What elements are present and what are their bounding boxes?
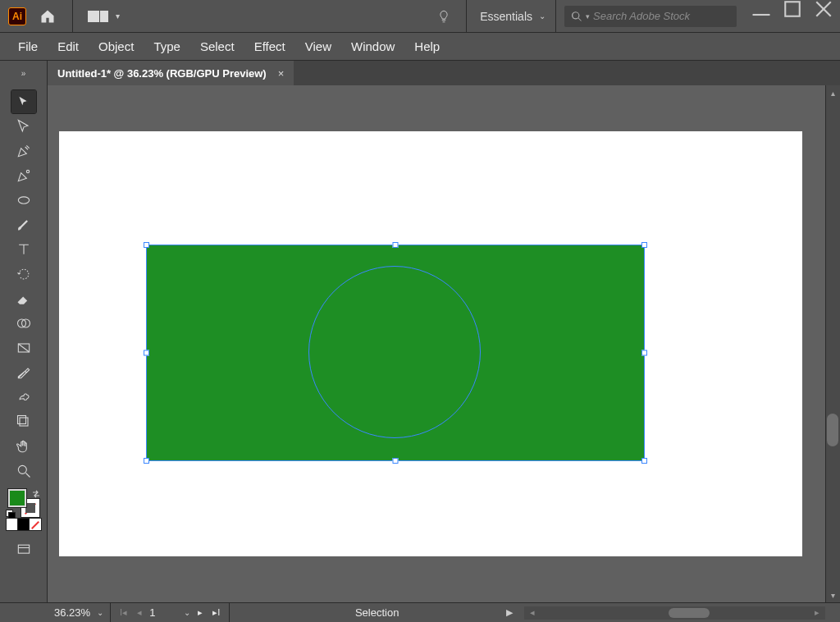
color-mode-row bbox=[7, 519, 41, 530]
next-artboard-icon[interactable]: ▸ bbox=[195, 607, 205, 618]
horizontal-scroll-thumb[interactable] bbox=[669, 608, 710, 618]
arrange-documents-icon bbox=[88, 11, 109, 22]
selection-handle[interactable] bbox=[144, 458, 149, 464]
menu-select[interactable]: Select bbox=[192, 36, 243, 57]
svg-rect-11 bbox=[17, 416, 25, 424]
default-fill-stroke-icon[interactable] bbox=[7, 510, 15, 519]
chevron-down-icon: ⌄ bbox=[184, 608, 190, 617]
svg-rect-14 bbox=[18, 545, 29, 553]
document-tab[interactable]: Untitled-1* @ 36.23% (RGB/GPU Preview) × bbox=[48, 61, 294, 85]
curvature-tool[interactable] bbox=[11, 164, 36, 187]
chevron-down-icon: ⌄ bbox=[97, 608, 103, 617]
selection-bounds[interactable] bbox=[146, 245, 645, 461]
document-tab-label: Untitled-1* @ 36.23% (RGB/GPU Preview) bbox=[57, 67, 267, 80]
selection-tool[interactable] bbox=[11, 90, 36, 113]
window-maximize-button[interactable] bbox=[781, 0, 804, 18]
color-mode-solid[interactable] bbox=[7, 519, 18, 530]
search-icon bbox=[571, 11, 582, 22]
menu-file[interactable]: File bbox=[10, 36, 46, 57]
menu-effect[interactable]: Effect bbox=[246, 36, 294, 57]
svg-line-9 bbox=[18, 344, 29, 352]
app-logo: Ai bbox=[8, 7, 26, 25]
scroll-down-icon[interactable]: ▾ bbox=[826, 588, 840, 602]
workspace-switcher[interactable]: Essentials ⌄ bbox=[470, 10, 555, 23]
current-tool-label: Selection bbox=[355, 606, 399, 619]
eyedropper-tool[interactable] bbox=[11, 361, 36, 384]
symbol-sprayer-tool[interactable] bbox=[11, 386, 36, 409]
menu-window[interactable]: Window bbox=[343, 36, 403, 57]
selection-handle[interactable] bbox=[641, 458, 647, 464]
vertical-scroll-thumb[interactable] bbox=[827, 414, 838, 446]
chevron-down-icon: ▾ bbox=[586, 12, 590, 21]
shape-builder-tool[interactable] bbox=[11, 312, 36, 335]
scroll-up-icon[interactable]: ▴ bbox=[826, 85, 840, 100]
zoom-level-field[interactable]: 36.23% ⌄ bbox=[48, 603, 111, 622]
selection-handle[interactable] bbox=[144, 242, 149, 248]
scroll-left-icon[interactable]: ◂ bbox=[527, 607, 537, 618]
zoom-value: 36.23% bbox=[54, 606, 90, 619]
eraser-tool[interactable] bbox=[11, 287, 36, 310]
ellipse-tool[interactable] bbox=[11, 189, 36, 212]
pen-tool[interactable] bbox=[11, 139, 36, 162]
svg-rect-1 bbox=[785, 2, 800, 16]
zoom-tool[interactable] bbox=[11, 460, 36, 483]
fill-swatch[interactable] bbox=[8, 489, 26, 507]
svg-point-4 bbox=[26, 170, 29, 172]
selection-handle[interactable] bbox=[393, 458, 399, 464]
color-mode-none[interactable] bbox=[30, 519, 41, 530]
window-close-button[interactable] bbox=[812, 0, 835, 18]
arrange-documents-button[interactable]: ▾ bbox=[88, 11, 120, 22]
home-icon[interactable] bbox=[38, 7, 57, 26]
direct-selection-tool[interactable] bbox=[11, 115, 36, 138]
first-artboard-icon[interactable]: I◂ bbox=[117, 607, 130, 618]
horizontal-scrollbar[interactable]: ◂ ▸ bbox=[524, 606, 825, 620]
hand-tool[interactable] bbox=[11, 435, 36, 458]
close-tab-icon[interactable]: × bbox=[278, 67, 285, 80]
chevron-down-icon: ⌄ bbox=[539, 11, 546, 21]
menu-help[interactable]: Help bbox=[406, 36, 448, 57]
tools-expand-button[interactable]: » bbox=[0, 61, 48, 85]
artboard-tool[interactable] bbox=[11, 410, 36, 433]
swap-fill-stroke-icon[interactable] bbox=[31, 487, 41, 497]
artboard-number-field[interactable]: 1 bbox=[149, 606, 179, 619]
search-stock-input[interactable]: ▾ Search Adobe Stock bbox=[564, 6, 737, 27]
selection-handle[interactable] bbox=[641, 242, 647, 248]
selection-handle[interactable] bbox=[641, 350, 647, 356]
last-artboard-icon[interactable]: ▸I bbox=[210, 607, 222, 618]
chevron-down-icon: ▾ bbox=[116, 11, 120, 21]
canvas-stage[interactable] bbox=[48, 85, 825, 602]
prev-artboard-icon[interactable]: ◂ bbox=[135, 607, 144, 618]
screen-mode-button[interactable] bbox=[11, 538, 36, 561]
fill-stroke-swatch[interactable] bbox=[8, 489, 39, 517]
paintbrush-tool[interactable] bbox=[11, 213, 36, 236]
vertical-scrollbar[interactable]: ▴ ▾ bbox=[825, 85, 840, 602]
gradient-tool[interactable] bbox=[11, 336, 36, 359]
menu-bar: File Edit Object Type Select Effect View… bbox=[0, 33, 840, 61]
menu-object[interactable]: Object bbox=[90, 36, 142, 57]
type-tool[interactable] bbox=[11, 238, 36, 261]
selection-handle[interactable] bbox=[144, 350, 149, 356]
search-placeholder: Search Adobe Stock bbox=[593, 10, 690, 22]
svg-point-12 bbox=[18, 465, 26, 473]
svg-line-13 bbox=[25, 473, 30, 478]
color-mode-gradient[interactable] bbox=[18, 519, 30, 530]
status-more-icon[interactable]: ▶ bbox=[506, 607, 513, 618]
svg-rect-10 bbox=[20, 418, 28, 426]
lightbulb-icon[interactable] bbox=[436, 9, 451, 24]
menu-edit[interactable]: Edit bbox=[49, 36, 87, 57]
menu-view[interactable]: View bbox=[297, 36, 340, 57]
menu-type[interactable]: Type bbox=[145, 36, 189, 57]
rotate-tool[interactable] bbox=[11, 263, 36, 286]
tools-panel bbox=[0, 85, 48, 602]
svg-point-5 bbox=[18, 197, 29, 204]
workspace-label: Essentials bbox=[480, 10, 532, 23]
selection-handle[interactable] bbox=[393, 242, 399, 248]
scroll-right-icon[interactable]: ▸ bbox=[812, 607, 822, 618]
window-minimize-button[interactable] bbox=[750, 0, 773, 18]
